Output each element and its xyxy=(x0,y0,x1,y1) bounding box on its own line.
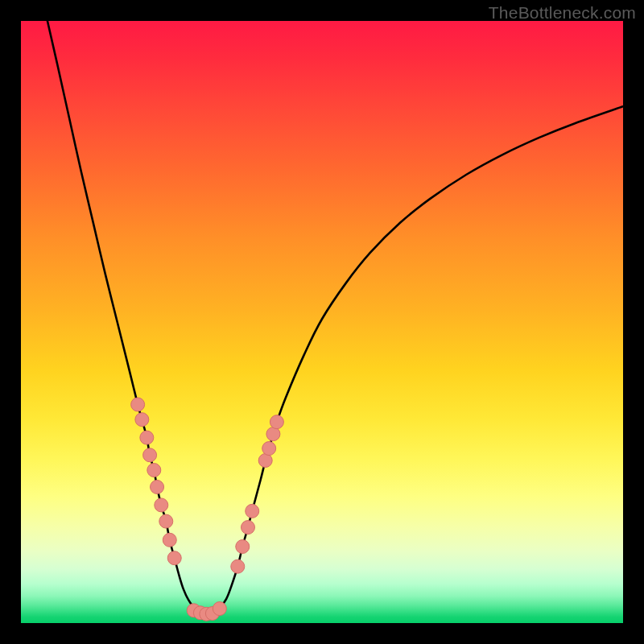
data-dot xyxy=(262,442,276,456)
chart-frame: TheBottleneck.com xyxy=(0,0,644,644)
data-dot xyxy=(143,448,157,462)
curve-right-curve xyxy=(208,106,623,614)
data-dot xyxy=(246,504,259,518)
scatter-dots xyxy=(131,398,284,621)
data-dot xyxy=(155,498,168,512)
curve-left-curve xyxy=(47,21,208,614)
watermark-text: TheBottleneck.com xyxy=(489,3,636,23)
data-dot xyxy=(213,602,226,616)
data-dot xyxy=(241,521,254,535)
data-dot xyxy=(131,398,145,411)
data-dot xyxy=(159,514,173,528)
data-dot xyxy=(258,454,272,468)
data-dot xyxy=(236,540,250,554)
data-dot xyxy=(266,427,280,441)
data-dot xyxy=(231,559,245,573)
data-dot xyxy=(167,551,181,565)
data-dot xyxy=(147,464,161,477)
data-dot xyxy=(270,415,283,429)
data-dot xyxy=(135,413,149,427)
plot-area xyxy=(21,21,623,623)
curve-layer xyxy=(21,21,623,623)
data-dot xyxy=(163,533,176,547)
data-dot xyxy=(151,480,164,493)
data-dot xyxy=(140,431,154,444)
curve-paths xyxy=(47,21,623,614)
